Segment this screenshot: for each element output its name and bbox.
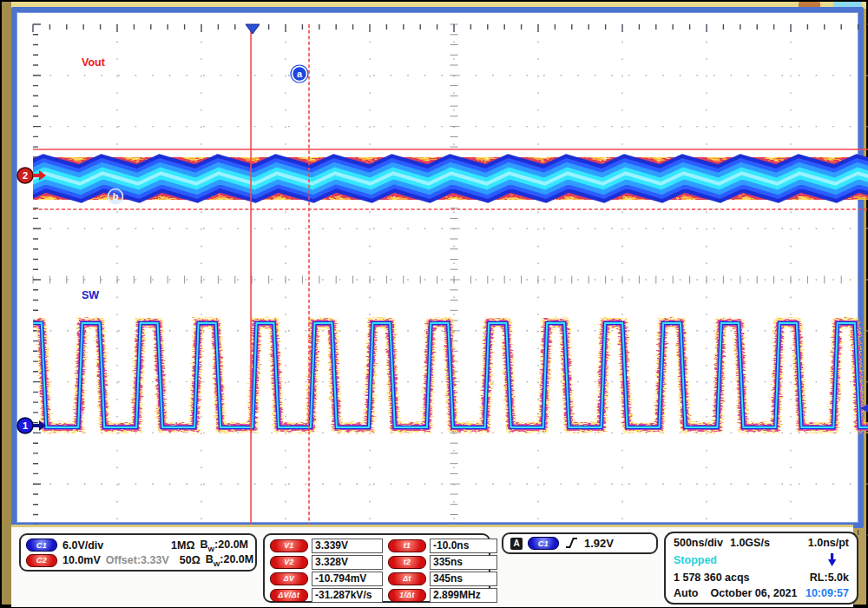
t1-value: -10.0ns (430, 539, 497, 553)
dv-pill: ΔV (270, 572, 308, 585)
cursor-a-marker[interactable]: a (291, 65, 308, 83)
dvdt-pill: ΔV/Δt (270, 589, 308, 602)
acq-status: Stopped (674, 554, 717, 566)
ch1-bandwidth: BW:20.0M (201, 539, 249, 553)
sw-trace-label: SW (82, 289, 99, 301)
record-length: RL:5.0k (810, 572, 849, 584)
t1-pill: t1 (388, 539, 426, 552)
ch2-pill[interactable]: C2 (26, 554, 57, 567)
vout-trace-label: Vout (82, 56, 106, 69)
resolution-value: 1.0ns/pt (808, 537, 849, 549)
inv-dt-pill: 1/Δt (388, 589, 426, 602)
v1-pill: V1 (270, 539, 308, 552)
t2-pill: t2 (388, 556, 426, 569)
t2-value: 335ns (430, 555, 497, 570)
trigger-position-icon[interactable] (246, 24, 260, 34)
ch1-settings-row[interactable]: C1 6.0V/div 1MΩ BW:20.0M (26, 539, 248, 553)
time-value: 10:09:57 (806, 587, 849, 599)
trigger-source-pill[interactable]: C1 (528, 537, 559, 550)
ch2-scale: 10.0mV (62, 554, 101, 566)
timebase-value: 500ns/div (674, 537, 723, 549)
v2-value: 3.328V (312, 555, 383, 570)
dt-value: 345ns (430, 572, 497, 586)
channel-settings-box[interactable]: C1 6.0V/div 1MΩ BW:20.0M C2 10.0mV Offse… (19, 533, 257, 572)
cursor-b-marker[interactable]: b (108, 189, 123, 204)
sample-rate-value: 1.0GS/s (730, 537, 770, 549)
rising-edge-icon (564, 537, 579, 550)
ch1-pill[interactable]: C1 (26, 539, 57, 552)
trigger-level-value: 1.92V (584, 537, 614, 550)
trigger-bus-badge: A (510, 538, 523, 550)
v2-pill: V2 (270, 556, 308, 569)
ch1-scale: 6.0V/div (62, 539, 103, 552)
trigger-settings-box[interactable]: A C1 1.92V (502, 532, 658, 554)
inv-dt-value: 2.899MHz (430, 588, 497, 603)
dt-pill: Δt (388, 572, 426, 585)
graticule-grid (33, 24, 868, 535)
horizontal-acq-box[interactable]: 500ns/div 1.0GS/s 1.0ns/pt Stopped 1 578… (664, 532, 858, 605)
ch2-settings-row[interactable]: C2 10.0mV Offset:3.33V 50Ω BW:20.0M (26, 553, 248, 568)
date-value: October 06, 2021 (710, 587, 797, 599)
sw-square-trace (0, 323, 868, 427)
ch1-badge-label: 1 (23, 420, 28, 431)
ch2-bandwidth: BW:20.0M (206, 553, 254, 568)
trigger-mode: Auto (674, 587, 698, 599)
cursor-a-label: a (297, 69, 303, 79)
ch1-impedance: 1MΩ (171, 539, 194, 552)
vout-ripple-trace (0, 174, 868, 184)
ch2-offset: Offset:3.33V (106, 554, 169, 566)
scope-graticule-area: a b 2 1 Vout SW (11, 7, 864, 528)
waveform-plot: a b 2 1 Vout SW (33, 24, 868, 535)
cursor-readout-box[interactable]: V1 3.339V t1 -10.0ns V2 3.328V t2 335ns … (263, 533, 490, 603)
v1-value: 3.339V (312, 539, 383, 553)
ch2-badge-label: 2 (23, 170, 28, 181)
down-arrow-icon[interactable] (827, 552, 837, 567)
readout-panel: C1 6.0V/div 1MΩ BW:20.0M C2 10.0mV Offse… (11, 525, 853, 607)
bezel-left-strip (2, 2, 11, 605)
acq-count: 1 578 360 acqs (674, 572, 750, 584)
ch2-impedance: 50Ω (180, 554, 201, 566)
dvdt-value: -31.287kV/s (312, 588, 383, 603)
dv-value: -10.794mV (312, 572, 383, 586)
cursor-b-label: b (113, 191, 119, 202)
